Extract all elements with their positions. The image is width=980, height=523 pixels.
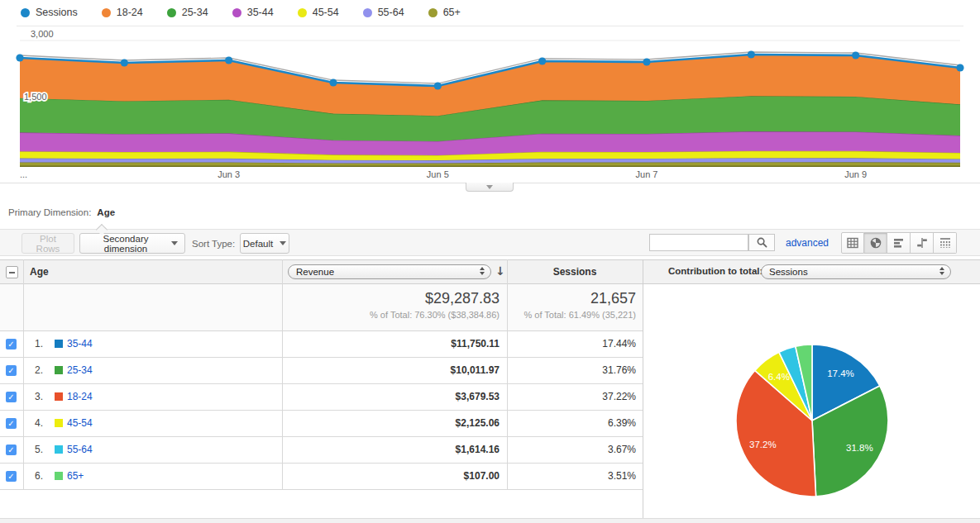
legend-swatch-icon [363,8,372,17]
row-color-swatch-icon [55,419,63,427]
table-row-45-54: 4.45-54$2,125.066.39% [0,411,643,437]
row-color-swatch-icon [55,340,63,348]
row-rank: 6. [25,464,43,489]
sort-descending-icon[interactable]: ↓ [495,264,505,278]
age-dimension-link[interactable]: 25-34 [67,358,93,383]
svg-text:1,500: 1,500 [24,92,47,102]
svg-text:Jun 7: Jun 7 [636,169,658,179]
primary-dimension-label: Primary Dimension: [8,207,91,217]
analytics-demographics-page: Sessions18-2425-3435-4445-5455-6465+ 3,0… [0,0,980,523]
legend-swatch-icon [232,8,241,17]
age-dimension-link[interactable]: 55-64 [67,437,93,463]
chevron-down-icon [486,185,493,189]
legend-swatch-icon [102,8,111,17]
legend-swatch-icon [298,8,307,17]
legend-label: 45-54 [313,7,339,18]
row-color-swatch-icon [55,445,63,454]
panel-divider [643,259,643,518]
legend-swatch-icon [167,8,176,17]
metric-select-value: Revenue [296,267,334,277]
age-dimension-link[interactable]: 45-54 [67,411,93,436]
row-checkbox[interactable] [6,418,17,429]
row-color-swatch-icon [55,392,63,401]
sessions-percent-value: 3.67% [520,437,636,463]
legend-label: 55-64 [378,7,404,18]
age-column-header[interactable]: Age [30,266,49,278]
search-icon [756,236,768,249]
legend-label: Sessions [36,7,78,18]
sessions-total: 21,657 [513,290,636,307]
legend-swatch-icon [21,8,30,17]
percentage-pie-view-button[interactable] [864,232,887,254]
row-checkbox[interactable] [6,392,17,402]
table-view-icon [846,236,859,250]
sessions-column-header[interactable]: Sessions [507,266,643,278]
column-divider [507,259,508,490]
secondary-dimension-label: Secondary dimension [87,234,165,254]
row-color-swatch-icon [55,366,63,374]
sessions-by-age-area-chart[interactable]: 3,0001,500...Jun 3Jun 5Jun 7Jun 9 [0,23,980,182]
column-divider [282,259,283,490]
svg-text:Jun 5: Jun 5 [427,169,449,179]
chevron-down-icon [171,241,178,245]
legend-swatch-icon [428,8,437,17]
chart-legend: Sessions18-2425-3435-4445-5455-6465+ [21,0,485,25]
legend-item-sessions[interactable]: Sessions [21,7,78,18]
select-all-checkbox[interactable] [6,266,18,278]
row-color-swatch-icon [55,472,63,480]
legend-item-55-64[interactable]: 55-64 [363,7,404,18]
sessions-percent-value: 17.44% [520,331,636,357]
comparison-view-button[interactable] [911,232,934,254]
age-dimension-link[interactable]: 18-24 [67,384,93,410]
primary-dimension-age-tab[interactable]: Age [97,207,115,217]
pie-view-icon [869,236,882,250]
row-checkbox[interactable] [6,471,17,482]
row-checkbox[interactable] [6,365,17,376]
metric-column-select[interactable]: Revenue [288,264,491,279]
svg-text:37.2%: 37.2% [749,440,777,449]
legend-item-65+[interactable]: 65+ [428,7,461,18]
advanced-search-link[interactable]: advanced [786,237,829,249]
plot-rows-button[interactable]: Plot Rows [22,233,74,254]
sessions-percent-value: 31.76% [520,358,636,383]
legend-label: 18-24 [117,7,143,18]
pivot-view-button[interactable] [934,232,957,254]
select-updown-icon [480,267,485,275]
legend-label: 65+ [443,7,461,18]
legend-item-45-54[interactable]: 45-54 [298,7,339,18]
age-dimension-link[interactable]: 35-44 [67,331,93,357]
pivot-view-icon [939,236,952,250]
legend-item-25-34[interactable]: 25-34 [167,7,208,18]
contribution-metric-select[interactable]: Sessions [761,264,951,279]
search-button[interactable] [748,234,775,251]
revenue-value: $10,011.97 [318,358,500,383]
legend-item-35-44[interactable]: 35-44 [232,7,274,18]
sort-type-value: Default [243,239,273,249]
age-dimension-link[interactable]: 65+ [67,464,84,489]
svg-text:...: ... [20,169,27,179]
performance-bar-view-button[interactable] [887,232,911,254]
svg-text:31.8%: 31.8% [846,443,873,453]
svg-text:Jun 9: Jun 9 [844,169,867,179]
legend-item-18-24[interactable]: 18-24 [102,7,143,18]
view-toggle-group [841,232,957,254]
row-checkbox[interactable] [6,339,17,349]
section-divider-bar [0,518,980,523]
bar-view-icon [892,236,906,250]
sort-type-select[interactable]: Default [240,233,289,254]
sessions-contribution-pie-chart[interactable]: 17.4%31.8%37.2%6.4% [653,336,972,502]
search-input[interactable] [649,234,748,251]
select-updown-icon [939,267,944,275]
row-rank: 3. [25,384,43,410]
chart-collapse-button[interactable] [466,183,514,192]
column-divider [23,259,24,490]
table-row-25-34: 2.25-34$10,011.9731.76% [0,358,643,384]
revenue-total-percent: % of Total: 76.30% ($38,384.86) [289,310,500,320]
table-row-35-44: 1.35-44$11,750.1117.44% [0,331,643,358]
contribution-label: Contribution to total: [668,266,762,276]
row-checkbox[interactable] [6,445,17,455]
data-table-view-button[interactable] [841,232,864,254]
sessions-percent-value: 37.22% [520,384,636,410]
secondary-dimension-button[interactable]: Secondary dimension [79,233,185,254]
row-rank: 4. [25,411,43,436]
